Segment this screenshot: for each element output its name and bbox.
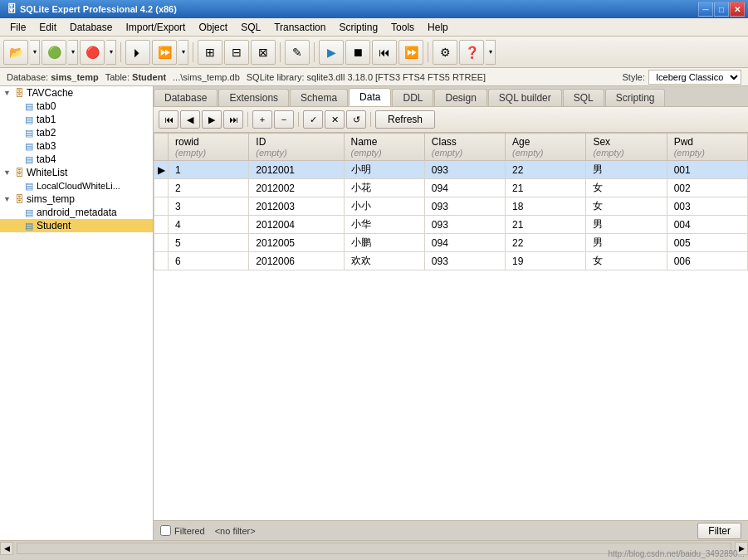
cell-class[interactable]: 093	[424, 216, 505, 234]
cell-age[interactable]: 21	[506, 179, 586, 197]
tab-design[interactable]: Design	[434, 89, 486, 106]
col-pwd[interactable]: Pwd (empty)	[667, 134, 747, 161]
cell-id[interactable]: 2012005	[249, 234, 344, 252]
cell-name[interactable]: 小华	[344, 216, 424, 234]
menu-file[interactable]: File	[3, 20, 32, 35]
menu-tools[interactable]: Tools	[384, 20, 421, 35]
delete-dropdown[interactable]: ▾	[106, 40, 116, 65]
tree-item-tab1[interactable]: ▤ tab1	[0, 113, 153, 126]
cell-age[interactable]: 19	[506, 252, 586, 270]
tree-item-localcloud[interactable]: ▤ LocalCloudWhiteLi...	[0, 179, 153, 192]
grid-button[interactable]: ⊞	[198, 40, 222, 65]
add-record-button[interactable]: +	[252, 110, 272, 129]
table-row[interactable]: 42012004小华09321男004	[154, 216, 748, 234]
rewind-button[interactable]: ⏮	[372, 40, 397, 65]
edit-button1[interactable]: ✎	[285, 40, 310, 65]
scroll-left-button[interactable]: ◀	[0, 542, 13, 555]
tree-item-android-metadata[interactable]: ▤ android_metadata	[0, 206, 153, 219]
cell-age[interactable]: 22	[506, 234, 586, 252]
forward-button[interactable]: ⏩	[398, 40, 423, 65]
confirm-button[interactable]: ✓	[303, 110, 323, 129]
table-row[interactable]: 32012003小小09318女003	[154, 197, 748, 216]
col-id[interactable]: ID (empty)	[249, 134, 344, 161]
table-row[interactable]: 62012006欢欢09319女006	[154, 252, 748, 270]
cell-id[interactable]: 2012004	[249, 216, 344, 234]
cell-rowid[interactable]: 6	[169, 252, 249, 270]
filtered-checkbox[interactable]	[160, 525, 171, 536]
cell-rowid[interactable]: 3	[169, 197, 249, 216]
stop-button[interactable]: ⏹	[345, 40, 370, 65]
cell-rowid[interactable]: 1	[169, 161, 249, 179]
table-row[interactable]: 52012005小鹏09422男005	[154, 234, 748, 252]
cell-class[interactable]: 093	[424, 161, 505, 179]
nav-button2[interactable]: ⏩	[152, 40, 177, 65]
cell-sex[interactable]: 男	[586, 161, 667, 179]
cell-id[interactable]: 2012003	[249, 197, 344, 216]
tab-database[interactable]: Database	[154, 89, 218, 106]
prev-record-button[interactable]: ◀	[180, 110, 200, 129]
cell-rowid[interactable]: 2	[169, 179, 249, 197]
tab-scripting[interactable]: Scripting	[605, 89, 666, 106]
cell-age[interactable]: 22	[506, 161, 586, 179]
first-record-button[interactable]: ⏮	[159, 110, 178, 129]
menu-help[interactable]: Help	[421, 20, 455, 35]
cell-age[interactable]: 18	[506, 197, 586, 216]
tab-sql[interactable]: SQL	[563, 89, 604, 106]
delete-button[interactable]: 🔴	[80, 40, 105, 65]
play-button[interactable]: ▶	[319, 40, 344, 65]
col-rowid[interactable]: rowid (empty)	[169, 134, 249, 161]
cell-name[interactable]: 小小	[344, 197, 424, 216]
cell-class[interactable]: 093	[424, 252, 505, 270]
tree-item-tab0[interactable]: ▤ tab0	[0, 100, 153, 113]
tab-data[interactable]: Data	[349, 88, 391, 106]
tab-ddl[interactable]: DDL	[392, 89, 433, 106]
cell-class[interactable]: 094	[424, 179, 505, 197]
cell-id[interactable]: 2012006	[249, 252, 344, 270]
tab-sqlbuilder[interactable]: SQL builder	[488, 89, 562, 106]
nav-button1[interactable]: ⏵	[125, 40, 150, 65]
delete-record-button[interactable]: −	[274, 110, 294, 129]
cell-name[interactable]: 欢欢	[344, 252, 424, 270]
tree-item-tab2[interactable]: ▤ tab2	[0, 126, 153, 139]
last-record-button[interactable]: ⏭	[223, 110, 243, 129]
tree-item-tab3[interactable]: ▤ tab3	[0, 139, 153, 153]
menu-sql[interactable]: SQL	[234, 20, 267, 35]
tab-schema[interactable]: Schema	[290, 89, 348, 106]
table-row[interactable]: ▶12012001小明09322男001	[154, 161, 748, 179]
cell-sex[interactable]: 男	[586, 234, 667, 252]
menu-transaction[interactable]: Transaction	[267, 20, 332, 35]
cell-pwd[interactable]: 004	[667, 216, 747, 234]
cell-name[interactable]: 小明	[344, 161, 424, 179]
cell-id[interactable]: 2012002	[249, 179, 344, 197]
col-sex[interactable]: Sex (empty)	[586, 134, 667, 161]
cell-sex[interactable]: 男	[586, 216, 667, 234]
table-row[interactable]: 22012002小花09421女002	[154, 179, 748, 197]
cell-name[interactable]: 小花	[344, 179, 424, 197]
refresh-icon-button[interactable]: ↺	[346, 110, 366, 129]
help-button[interactable]: ❓	[459, 40, 484, 65]
cell-id[interactable]: 2012001	[249, 161, 344, 179]
menu-database[interactable]: Database	[63, 20, 119, 35]
cell-class[interactable]: 093	[424, 197, 505, 216]
tree-item-tavcache[interactable]: ▼ 🗄 TAVCache	[0, 86, 153, 100]
nav-dropdown[interactable]: ▾	[178, 40, 188, 65]
col-class[interactable]: Class (empty)	[424, 134, 505, 161]
col-age[interactable]: Age (empty)	[506, 134, 586, 161]
open-dropdown[interactable]: ▾	[30, 40, 40, 65]
cell-pwd[interactable]: 005	[667, 234, 747, 252]
tree-item-whitelist[interactable]: ▼ 🗄 WhiteList	[0, 166, 153, 179]
open-button[interactable]: 📂	[3, 40, 28, 65]
maximize-button[interactable]: □	[714, 2, 729, 17]
cell-pwd[interactable]: 002	[667, 179, 747, 197]
tree-item-student[interactable]: ▤ Student	[0, 219, 153, 232]
cell-age[interactable]: 21	[506, 216, 586, 234]
next-record-button[interactable]: ▶	[202, 110, 222, 129]
cell-sex[interactable]: 女	[586, 197, 667, 216]
add-dropdown[interactable]: ▾	[68, 40, 78, 65]
menu-object[interactable]: Object	[192, 20, 234, 35]
settings-button[interactable]: ⚙	[433, 40, 457, 65]
cell-rowid[interactable]: 4	[169, 216, 249, 234]
filter-button[interactable]: Filter	[697, 523, 741, 539]
cell-rowid[interactable]: 5	[169, 234, 249, 252]
help-dropdown[interactable]: ▾	[486, 40, 496, 65]
